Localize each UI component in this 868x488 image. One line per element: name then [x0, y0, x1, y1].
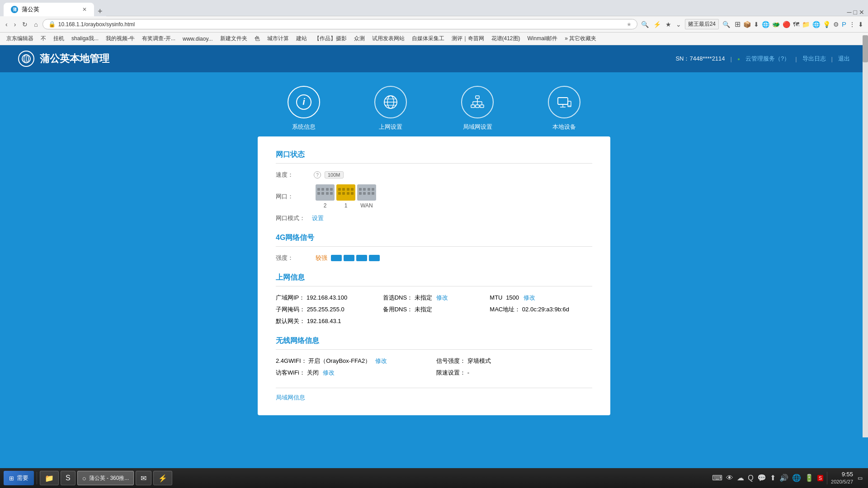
nav-wan[interactable]: 上网设置 — [374, 86, 407, 131]
wifi24-label: 2.4GWIFI： — [276, 357, 307, 364]
close-browser-button[interactable]: ✕ — [859, 9, 864, 16]
logout-link[interactable]: 退出 — [838, 55, 850, 63]
signal-bars — [331, 255, 380, 261]
bookmark-city[interactable]: 城市计算 — [264, 34, 292, 43]
mtu-label: MTU — [490, 294, 502, 301]
ext10[interactable]: 💡 — [822, 19, 831, 29]
subnet-row: 子网掩码： 255.255.255.0 — [276, 305, 378, 314]
maximize-button[interactable]: □ — [854, 9, 857, 16]
ext-person[interactable]: P — [841, 19, 847, 29]
bookmark-newfolder[interactable]: 新建文件夹 — [217, 34, 250, 43]
ext6[interactable]: 🔴 — [782, 19, 791, 29]
port-item-wan: WAN — [357, 184, 376, 209]
wan-ip-row: 广域网IP： 192.168.43.100 — [276, 294, 378, 302]
wan-info-section: 上网信息 广域网IP： 192.168.43.100 首选DNS： 未指定 修改… — [276, 273, 592, 325]
ext1[interactable]: ⊞ — [734, 19, 741, 29]
port-label: 网口： — [276, 192, 312, 201]
lightning-button[interactable]: ⚡ — [652, 20, 662, 29]
mtu-link[interactable]: 修改 — [524, 294, 535, 301]
address-url: 10.168.1.1/oraybox/sysinfo.html — [58, 21, 624, 28]
sysinfo-icon: i — [288, 86, 320, 118]
signal-strength-value: 较强 — [316, 254, 327, 262]
ext8[interactable]: 📁 — [801, 19, 811, 29]
signal-row: 强度： 较强 — [276, 254, 592, 262]
bookmark-www[interactable]: www.diaoy... — [180, 35, 215, 43]
bookmark-shaliga[interactable]: shaliga我... — [69, 34, 101, 43]
wifi24-status: 开启（OrayBox-FFA2） — [308, 357, 371, 364]
bookmark-jingdong[interactable]: 京东编辑器 — [4, 34, 36, 43]
mtu-value: 1500 — [506, 294, 519, 301]
signal-bar-3 — [356, 255, 367, 261]
guest-link[interactable]: 修改 — [323, 369, 335, 376]
port-status-section: 网口状态 速度： ? 100M 网口： — [276, 150, 592, 222]
ext3[interactable]: ⬇ — [753, 19, 760, 29]
bookmark-crowd[interactable]: 众测 — [351, 34, 368, 43]
bookmark-bu[interactable]: 不 — [38, 34, 49, 43]
forward-button[interactable]: › — [12, 20, 18, 29]
nav-sysinfo[interactable]: i 系统信息 — [288, 86, 320, 131]
wan-ip-label: 广域网IP： — [276, 294, 305, 301]
nav-icons-bar: i 系统信息 上网设置 — [0, 72, 868, 140]
bookmark-build[interactable]: 建站 — [293, 34, 310, 43]
help-icon[interactable]: ? — [314, 171, 321, 178]
bookmark-winmail[interactable]: Winmail邮件 — [525, 34, 561, 43]
primary-dns-link[interactable]: 修改 — [436, 294, 448, 301]
bookmark-media[interactable]: 自媒体采集工 — [409, 34, 447, 43]
lan-info-link[interactable]: 局域网信息 — [276, 394, 305, 401]
minimize-button[interactable]: ─ — [847, 9, 852, 16]
bookmark-photo[interactable]: 【作品】摄影 — [311, 34, 349, 43]
menu-btn[interactable]: ⋮ — [848, 19, 856, 29]
signal-strength-label2: 信号强度： — [436, 357, 466, 364]
ext5[interactable]: 🐲 — [771, 19, 781, 29]
back-button[interactable]: ‹ — [4, 20, 9, 29]
ext11[interactable]: ⚙ — [832, 19, 840, 29]
wireless-info-title: 无线网络信息 — [276, 336, 592, 350]
backup-dns-label: 备用DNS： — [383, 306, 413, 313]
signal-strength-val: 穿墙模式 — [467, 357, 491, 364]
nav-lan[interactable]: 局域网设置 — [461, 86, 494, 131]
svg-text:i: i — [302, 97, 305, 107]
active-tab[interactable]: 蒲 蒲公英 ✕ — [4, 3, 94, 16]
user-tag: 赌王最后24 — [685, 19, 719, 29]
port-mode-link[interactable]: 设置 — [312, 214, 324, 222]
ext2[interactable]: 📦 — [742, 19, 752, 29]
port-2-label: 2 — [324, 202, 327, 209]
nav-down[interactable]: ⬇ — [857, 19, 864, 29]
speed-limit-label: 限速设置： — [436, 369, 466, 376]
home-button[interactable]: ⌂ — [32, 20, 39, 29]
bookmark-button[interactable]: ★ — [665, 20, 672, 29]
tab-close-button[interactable]: ✕ — [82, 6, 87, 13]
header-right: SN：7448****2114 | ● 云管理服务（?） | 导出日志 | 退出 — [675, 55, 850, 63]
bookmark-flower[interactable]: 花谱(412图) — [489, 34, 523, 43]
search-icon-btn[interactable]: 🔍 — [722, 20, 731, 29]
speed-limit-value: - — [467, 369, 469, 376]
cloud-service-link[interactable]: 云管理服务（?） — [745, 55, 790, 63]
cloud-dot: ● — [737, 56, 740, 61]
export-log-link[interactable]: 导出日志 — [802, 55, 826, 63]
refresh-button[interactable]: ↻ — [20, 20, 29, 29]
ext4[interactable]: 🌐 — [761, 19, 770, 29]
scrollbar-thumb[interactable] — [863, 35, 868, 62]
bookmark-try[interactable]: 试用发表网站 — [369, 34, 407, 43]
site-header: 蒲公英本地管理 SN：7448****2114 | ● 云管理服务（?） | 导… — [0, 45, 868, 72]
bookmark-color[interactable]: 色 — [252, 34, 263, 43]
wifi24-link[interactable]: 修改 — [375, 357, 387, 364]
search-button[interactable]: 🔍 — [640, 20, 650, 29]
svg-rect-10 — [476, 96, 479, 99]
tab-title: 蒲公英 — [22, 5, 39, 14]
nav-chevron-button[interactable]: ⌄ — [675, 20, 682, 29]
nav-device[interactable]: 本地设备 — [548, 86, 580, 131]
svg-rect-12 — [476, 105, 479, 108]
ext7[interactable]: 🗺 — [792, 19, 800, 29]
ext9[interactable]: 🌐 — [811, 19, 821, 29]
bookmark-video[interactable]: 我的视频-牛 — [103, 34, 137, 43]
address-bar[interactable]: 🔒 10.168.1.1/oraybox/sysinfo.html ★ — [42, 19, 637, 29]
bookmark-more[interactable]: » 其它收藏夹 — [562, 34, 599, 43]
sn-label: SN：7448****2114 — [675, 55, 725, 63]
new-tab-button[interactable]: + — [94, 7, 106, 16]
port-icon-gray-wan — [357, 184, 376, 201]
bookmark-guaji[interactable]: 挂机 — [51, 34, 67, 43]
bookmark-survey[interactable]: 有奖调查-开... — [139, 34, 178, 43]
bookmark-review[interactable]: 测评｜奇苗网 — [449, 34, 487, 43]
device-icon — [548, 86, 580, 118]
